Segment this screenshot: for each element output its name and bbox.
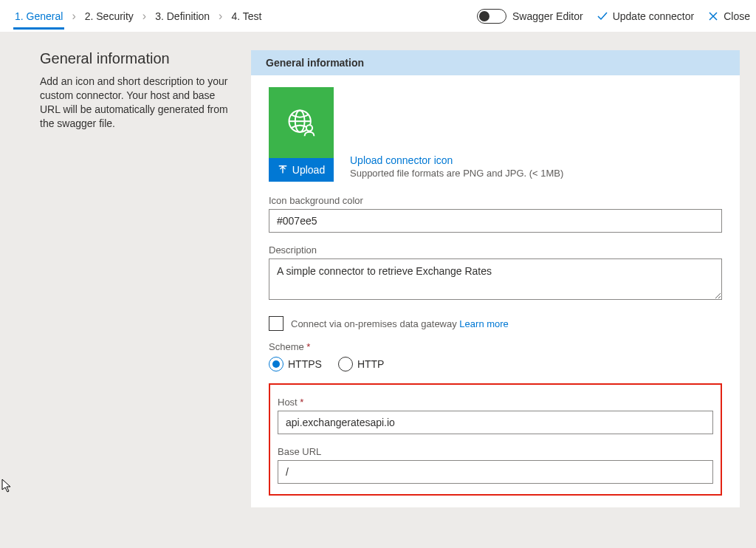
left-sidebar: General information Add an icon and shor…	[13, 50, 235, 507]
host-group: Host *	[278, 397, 713, 434]
scheme-https-option[interactable]: HTTPS	[269, 357, 322, 371]
sidebar-title: General information	[40, 50, 235, 67]
close-label: Close	[724, 10, 750, 22]
step-tabs: 1. General › 2. Security › 3. Definition…	[13, 3, 263, 30]
scheme-http-option[interactable]: HTTP	[338, 357, 385, 371]
update-label: Update connector	[613, 10, 695, 22]
http-label: HTTP	[357, 358, 385, 370]
required-marker: *	[306, 341, 310, 352]
upload-help: Upload connector icon Supported file for…	[350, 154, 563, 182]
step-definition[interactable]: 3. Definition	[154, 3, 211, 30]
chevron-right-icon: ›	[67, 10, 80, 23]
learn-more-link[interactable]: Learn more	[459, 318, 508, 329]
baseurl-group: Base URL	[278, 446, 713, 484]
scheme-options: HTTPS HTTP	[269, 357, 722, 371]
toolbar-actions: Swagger Editor Update connector Close	[477, 9, 750, 24]
icon-bg-label: Icon background color	[269, 195, 722, 206]
scheme-label-text: Scheme	[269, 341, 304, 352]
gateway-label: Connect via on-premises data gateway Lea…	[291, 318, 509, 329]
baseurl-label: Base URL	[278, 446, 713, 457]
description-input[interactable]	[269, 258, 722, 300]
connector-icon-preview	[269, 87, 334, 158]
description-label: Description	[269, 244, 722, 256]
swagger-editor-toggle[interactable]: Swagger Editor	[477, 9, 583, 24]
gateway-label-text: Connect via on-premises data gateway	[291, 318, 457, 329]
connector-icon-tile: Upload	[269, 87, 334, 182]
description-group: Description	[269, 244, 722, 303]
gateway-checkbox[interactable]	[269, 316, 284, 331]
close-icon	[707, 10, 719, 22]
upload-button-label: Upload	[292, 164, 325, 176]
scheme-group: Scheme * HTTPS HTTP	[269, 341, 722, 371]
host-label: Host *	[278, 397, 713, 408]
icon-background-input[interactable]	[269, 209, 722, 233]
globe-person-icon	[285, 106, 317, 139]
host-baseurl-highlight: Host * Base URL	[269, 383, 722, 496]
panel-header: General information	[251, 50, 740, 75]
update-connector-button[interactable]: Update connector	[597, 10, 695, 22]
step-security[interactable]: 2. Security	[83, 3, 135, 30]
host-label-text: Host	[278, 397, 298, 408]
radio-unselected-icon	[338, 357, 353, 371]
top-navigation-bar: 1. General › 2. Security › 3. Definition…	[0, 0, 756, 32]
chevron-right-icon: ›	[138, 10, 151, 23]
scheme-label: Scheme *	[269, 341, 722, 352]
icon-upload-row: Upload Upload connector icon Supported f…	[269, 87, 722, 182]
chevron-right-icon: ›	[214, 10, 227, 23]
main-content: General information Add an icon and shor…	[0, 32, 756, 507]
step-general[interactable]: 1. General	[13, 3, 64, 30]
toggle-switch[interactable]	[477, 9, 506, 24]
required-marker: *	[300, 397, 303, 408]
host-input[interactable]	[278, 411, 713, 434]
upload-button[interactable]: Upload	[269, 158, 334, 182]
panel-body: Upload Upload connector icon Supported f…	[251, 75, 740, 507]
sidebar-description: Add an icon and short description to you…	[40, 75, 235, 131]
svg-point-3	[306, 125, 312, 131]
close-button[interactable]: Close	[707, 10, 750, 22]
checkmark-icon	[597, 10, 608, 22]
baseurl-input[interactable]	[278, 460, 713, 484]
upload-icon-link[interactable]: Upload connector icon	[350, 154, 563, 166]
form-panel: General information	[251, 50, 740, 507]
radio-selected-icon	[269, 357, 284, 371]
toggle-label: Swagger Editor	[512, 10, 583, 22]
https-label: HTTPS	[288, 358, 322, 370]
step-test[interactable]: 4. Test	[230, 3, 263, 30]
gateway-row: Connect via on-premises data gateway Lea…	[269, 316, 722, 331]
icon-background-group: Icon background color	[269, 195, 722, 233]
upload-arrow-icon	[278, 165, 288, 175]
upload-hint: Supported file formats are PNG and JPG. …	[350, 168, 563, 179]
